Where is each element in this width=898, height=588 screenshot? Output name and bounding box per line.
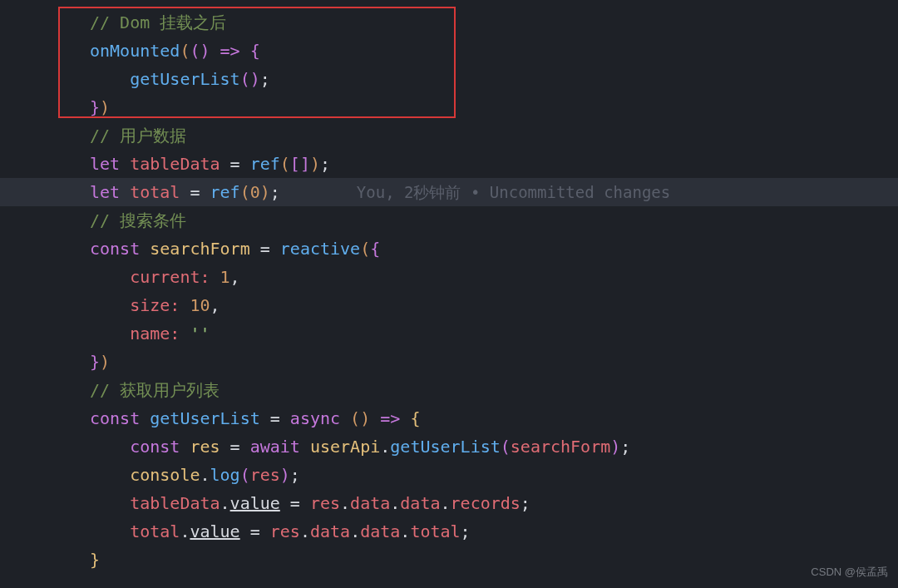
code-line[interactable]: name: '' (0, 319, 898, 348)
code-line[interactable]: const res = await userApi.getUserList(se… (0, 432, 898, 461)
code-line[interactable]: getUserList(); (0, 65, 898, 93)
code-line[interactable]: total.value = res.data.data.total; (0, 517, 898, 546)
keyword: const (90, 404, 140, 432)
func-call: getUserList (130, 65, 239, 93)
property: value (190, 517, 239, 546)
variable: res (190, 432, 220, 461)
code-line[interactable]: current: 1, (0, 263, 898, 291)
code-editor[interactable]: // Dom 挂载之后 onMounted(() => { getUserLis… (0, 0, 898, 574)
func-call: onMounted (90, 37, 180, 65)
variable: res (270, 517, 300, 546)
keyword: await (250, 432, 300, 461)
number: 1 (220, 263, 230, 291)
property: name: (130, 319, 180, 348)
object: console (130, 461, 200, 489)
variable: searchForm (150, 235, 249, 263)
keyword: async (290, 404, 340, 432)
keyword: const (130, 432, 180, 461)
string: '' (190, 319, 210, 348)
watermark: CSDN @侯孟禹 (811, 563, 888, 581)
property: data (400, 489, 440, 517)
variable: getUserList (150, 404, 259, 432)
code-line[interactable]: // 获取用户列表 (0, 376, 898, 404)
comment: // 用户数据 (90, 121, 186, 150)
argument: searchForm (511, 432, 610, 461)
code-line[interactable]: // 用户数据 (0, 121, 898, 150)
number: 10 (190, 291, 210, 319)
code-line[interactable]: onMounted(() => { (0, 37, 898, 65)
variable: total (130, 178, 180, 206)
code-line[interactable]: const getUserList = async () => { (0, 404, 898, 432)
func-call: reactive (280, 235, 360, 263)
code-line[interactable]: } (0, 546, 898, 574)
arrow: => (380, 404, 400, 432)
keyword: let (90, 178, 120, 206)
func-call: ref (250, 150, 280, 178)
method: log (210, 461, 240, 489)
keyword: const (90, 235, 140, 263)
argument: res (250, 461, 280, 489)
code-line[interactable]: }) (0, 93, 898, 121)
code-line[interactable]: }) (0, 348, 898, 376)
comment: // 获取用户列表 (90, 376, 220, 404)
comment: // Dom 挂载之后 (90, 8, 226, 37)
variable: tableData (130, 489, 220, 517)
property: size: (130, 291, 180, 319)
keyword: let (90, 150, 120, 178)
code-line[interactable]: console.log(res); (0, 461, 898, 489)
property: current: (130, 263, 210, 291)
property: data (360, 517, 400, 546)
variable: total (130, 517, 180, 546)
property: total (410, 517, 460, 546)
code-line[interactable]: // Dom 挂载之后 (0, 8, 898, 37)
method: getUserList (390, 432, 500, 461)
variable: res (310, 489, 340, 517)
property: data (350, 489, 390, 517)
comment: // 搜索条件 (90, 206, 186, 235)
code-line[interactable]: tableData.value = res.data.data.records; (0, 489, 898, 517)
gitlens-annotation: You, 2秒钟前 • Uncommitted changes (357, 179, 670, 205)
property: records (451, 489, 521, 517)
arrow: => (220, 37, 240, 65)
code-line[interactable]: size: 10, (0, 291, 898, 319)
variable: tableData (130, 150, 220, 178)
code-line[interactable]: const searchForm = reactive({ (0, 235, 898, 263)
object: userApi (310, 432, 380, 461)
code-line[interactable]: let tableData = ref([]); (0, 150, 898, 178)
code-line[interactable]: // 搜索条件 (0, 206, 898, 235)
property: value (230, 489, 280, 517)
func-call: ref (210, 178, 240, 206)
property: data (310, 517, 350, 546)
code-line-active[interactable]: let total = ref(0);You, 2秒钟前 • Uncommitt… (0, 178, 898, 206)
number: 0 (250, 178, 260, 206)
